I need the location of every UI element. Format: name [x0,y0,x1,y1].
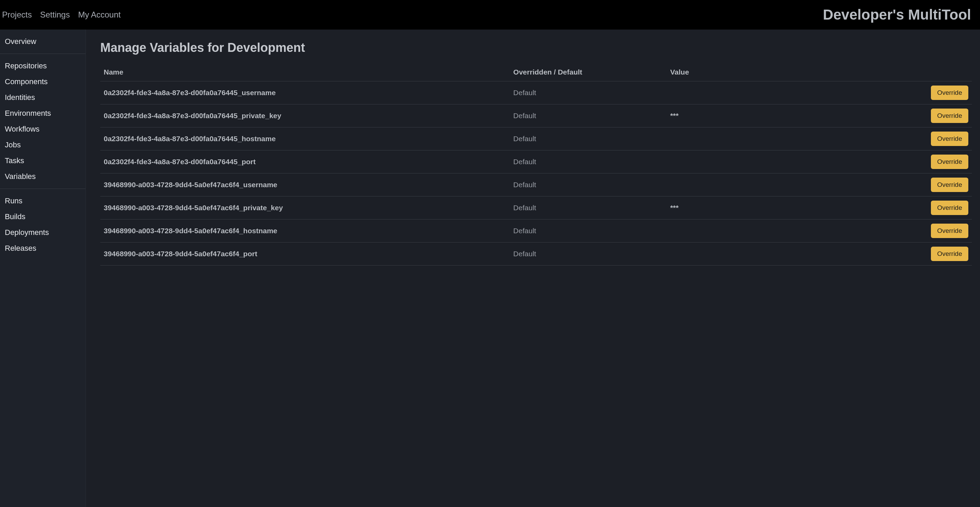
variable-name: 0a2302f4-fde3-4a8a-87e3-d00fa0a76445_pri… [100,104,510,128]
sidebar-item-tasks[interactable]: Tasks [0,153,86,169]
nav-projects[interactable]: Projects [2,10,32,19]
variable-action-cell: Override [832,174,972,196]
variable-status: Default [510,81,667,104]
sidebar-item-identities[interactable]: Identities [0,90,86,105]
content-area: Manage Variables for Development Name Ov… [86,30,980,507]
sidebar-item-runs[interactable]: Runs [0,193,86,209]
page-title: Manage Variables for Development [100,40,972,55]
override-button[interactable]: Override [931,132,968,146]
variable-value: *** [667,196,832,220]
sidebar-item-environments[interactable]: Environments [0,105,86,121]
table-row: 0a2302f4-fde3-4a8a-87e3-d00fa0a76445_por… [100,150,972,174]
sidebar-section-activity: Runs Builds Deployments Releases [0,189,86,260]
variable-value [667,174,832,196]
variable-name: 39468990-a003-4728-9dd4-5a0ef47ac6f4_hos… [100,220,510,242]
table-row: 0a2302f4-fde3-4a8a-87e3-d00fa0a76445_use… [100,81,972,104]
variable-name: 39468990-a003-4728-9dd4-5a0ef47ac6f4_por… [100,242,510,266]
variable-action-cell: Override [832,104,972,128]
variable-value [667,128,832,150]
override-button[interactable]: Override [931,201,968,215]
nav-settings[interactable]: Settings [40,10,70,19]
override-button[interactable]: Override [931,108,968,123]
variable-status: Default [510,242,667,266]
variable-value [667,242,832,266]
top-nav: Projects Settings My Account [2,10,121,19]
variable-name: 0a2302f4-fde3-4a8a-87e3-d00fa0a76445_por… [100,150,510,174]
variable-value [667,220,832,242]
override-button[interactable]: Override [931,223,968,238]
variable-name: 39468990-a003-4728-9dd4-5a0ef47ac6f4_pri… [100,196,510,220]
column-header-name: Name [100,63,510,81]
app-title: Developer's MultiTool [823,6,977,23]
variable-status: Default [510,174,667,196]
variable-status: Default [510,104,667,128]
sidebar-section-overview: Overview [0,30,86,54]
variable-action-cell: Override [832,150,972,174]
sidebar-item-components[interactable]: Components [0,74,86,90]
table-row: 39468990-a003-4728-9dd4-5a0ef47ac6f4_hos… [100,220,972,242]
table-row: 39468990-a003-4728-9dd4-5a0ef47ac6f4_use… [100,174,972,196]
variable-status: Default [510,150,667,174]
sidebar-item-workflows[interactable]: Workflows [0,121,86,137]
table-row: 0a2302f4-fde3-4a8a-87e3-d00fa0a76445_hos… [100,128,972,150]
column-header-status: Overridden / Default [510,63,667,81]
variable-action-cell: Override [832,196,972,220]
variable-status: Default [510,128,667,150]
override-button[interactable]: Override [931,155,968,169]
top-bar: Projects Settings My Account Developer's… [0,0,980,30]
nav-my-account[interactable]: My Account [78,10,121,19]
sidebar-item-deployments[interactable]: Deployments [0,225,86,241]
variable-action-cell: Override [832,242,972,266]
variable-action-cell: Override [832,81,972,104]
column-header-action [832,63,972,81]
variable-action-cell: Override [832,128,972,150]
sidebar-section-project: Repositories Components Identities Envir… [0,54,86,189]
sidebar-item-jobs[interactable]: Jobs [0,137,86,153]
table-row: 39468990-a003-4728-9dd4-5a0ef47ac6f4_por… [100,242,972,266]
variables-table: Name Overridden / Default Value 0a2302f4… [100,63,972,266]
variable-name: 39468990-a003-4728-9dd4-5a0ef47ac6f4_use… [100,174,510,196]
sidebar-item-builds[interactable]: Builds [0,209,86,225]
table-row: 0a2302f4-fde3-4a8a-87e3-d00fa0a76445_pri… [100,104,972,128]
variable-status: Default [510,220,667,242]
sidebar-item-variables[interactable]: Variables [0,169,86,185]
variable-name: 0a2302f4-fde3-4a8a-87e3-d00fa0a76445_use… [100,81,510,104]
sidebar: Overview Repositories Components Identit… [0,30,86,507]
variable-action-cell: Override [832,220,972,242]
table-header-row: Name Overridden / Default Value [100,63,972,81]
table-row: 39468990-a003-4728-9dd4-5a0ef47ac6f4_pri… [100,196,972,220]
sidebar-item-overview[interactable]: Overview [0,33,86,49]
column-header-value: Value [667,63,832,81]
override-button[interactable]: Override [931,178,968,192]
variable-value [667,150,832,174]
override-button[interactable]: Override [931,86,968,100]
override-button[interactable]: Override [931,247,968,261]
variable-status: Default [510,196,667,220]
variable-value: *** [667,104,832,128]
sidebar-item-releases[interactable]: Releases [0,241,86,256]
variable-name: 0a2302f4-fde3-4a8a-87e3-d00fa0a76445_hos… [100,128,510,150]
variable-value [667,81,832,104]
sidebar-item-repositories[interactable]: Repositories [0,58,86,74]
main-layout: Overview Repositories Components Identit… [0,30,980,507]
